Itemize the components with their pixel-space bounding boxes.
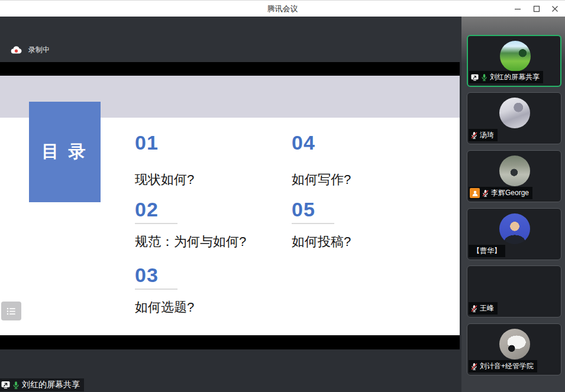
participant-tile-wangfeng[interactable]: 王峰 — [467, 265, 561, 318]
participant-label: 李辉George — [469, 187, 532, 199]
toc-text-4: 如何写作? — [292, 172, 351, 187]
participant-name: 李辉George — [491, 188, 529, 198]
participant-tile-caohua[interactable]: 【曹华】 — [467, 208, 561, 260]
screen-share-icon — [471, 74, 479, 81]
toc-text-2: 规范：为何与如何? — [135, 234, 246, 250]
maximize-button[interactable] — [528, 1, 545, 17]
slide-letterbox-bottom — [0, 335, 460, 349]
toc-title-box: 目 录 — [29, 102, 101, 202]
avatar — [500, 41, 531, 72]
mic-on-icon — [480, 73, 488, 82]
participant-name: 刘计音+经管学院 — [480, 361, 534, 371]
avatar — [499, 98, 530, 128]
participant-label: 刘红的屏幕共享 — [469, 71, 543, 83]
slide-letterbox-top — [0, 62, 460, 76]
participant-sidebar: 刘红的屏幕共享 汤琦 — [461, 17, 565, 392]
window-title: 腾讯会议 — [0, 1, 565, 17]
annotation-list-button[interactable] — [1, 302, 21, 320]
mic-muted-icon — [470, 304, 478, 313]
avatar — [499, 329, 530, 359]
toc-underline-3 — [135, 289, 177, 290]
host-badge-icon — [470, 188, 480, 198]
mic-muted-icon — [470, 362, 478, 371]
toc-number-4: 04 — [292, 132, 315, 153]
participant-tile-liujiyin[interactable]: 刘计音+经管学院 — [467, 323, 561, 375]
maximize-icon — [533, 5, 540, 12]
share-banner-label: 刘红的屏幕共享 — [22, 380, 80, 390]
participant-name: 刘红的屏幕共享 — [490, 72, 540, 82]
toc-text-3: 如何选题? — [135, 300, 194, 315]
meeting-toolbar: 录制中 — [0, 17, 461, 62]
participant-label: 汤琦 — [469, 129, 498, 141]
participant-label: 王峰 — [469, 302, 498, 315]
participant-name: 【曹华】 — [473, 246, 501, 256]
toc-text-5: 如何投稿? — [292, 234, 351, 250]
participant-name: 王峰 — [480, 303, 494, 313]
avatar — [499, 271, 530, 302]
toc-text-1: 现状如何? — [135, 172, 194, 187]
toc-underline-5 — [292, 223, 334, 224]
toc-number-3: 03 — [135, 265, 159, 285]
toc-title: 目 录 — [41, 140, 88, 164]
toc-number-5: 05 — [292, 199, 315, 219]
close-icon — [551, 5, 558, 12]
participant-name: 汤琦 — [480, 130, 494, 140]
screen-share-icon — [1, 381, 10, 389]
avatar — [499, 155, 530, 186]
titlebar: 腾讯会议 — [0, 0, 565, 17]
cloud-record-icon — [11, 46, 22, 54]
participant-tile-liuhong[interactable]: 刘红的屏幕共享 — [467, 35, 561, 87]
screen-share-banner: 刘红的屏幕共享 — [0, 378, 84, 391]
toc-number-2: 02 — [135, 199, 159, 219]
participant-tile-lihui[interactable]: 李辉George — [467, 150, 561, 202]
mic-muted-icon — [470, 131, 478, 140]
recording-label: 录制中 — [28, 45, 50, 55]
list-icon — [6, 307, 17, 316]
minimize-button[interactable] — [509, 1, 527, 17]
recording-indicator[interactable]: 录制中 — [11, 45, 50, 55]
avatar — [499, 213, 530, 244]
participant-label: 【曹华】 — [469, 245, 505, 257]
minimize-icon — [514, 5, 521, 12]
participant-tile-tangqi[interactable]: 汤琦 — [467, 92, 561, 144]
participant-label: 刘计音+经管学院 — [469, 360, 537, 372]
toc-number-1: 01 — [135, 132, 159, 153]
mic-muted-icon — [482, 189, 489, 197]
close-button[interactable] — [546, 1, 564, 17]
toc-underline-2 — [135, 223, 177, 224]
mic-on-icon — [12, 381, 20, 390]
